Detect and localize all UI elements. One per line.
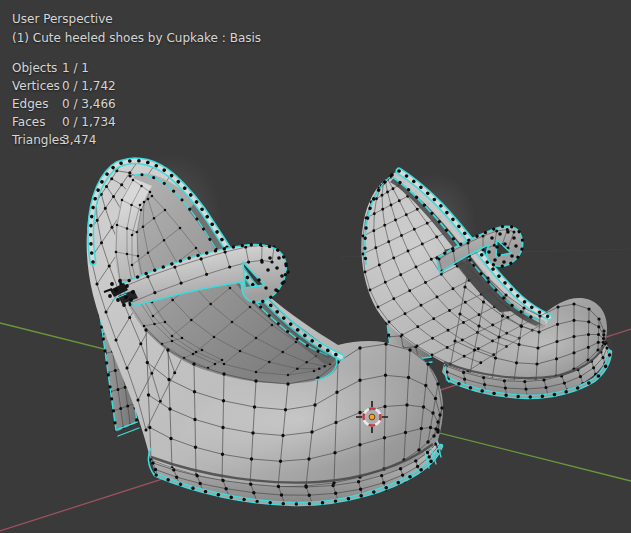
viewport-scene[interactable] bbox=[0, 0, 631, 533]
3d-cursor-center-dot bbox=[369, 414, 375, 420]
blender-3d-viewport[interactable]: User Perspective (1) Cute heeled shoes b… bbox=[0, 0, 631, 533]
